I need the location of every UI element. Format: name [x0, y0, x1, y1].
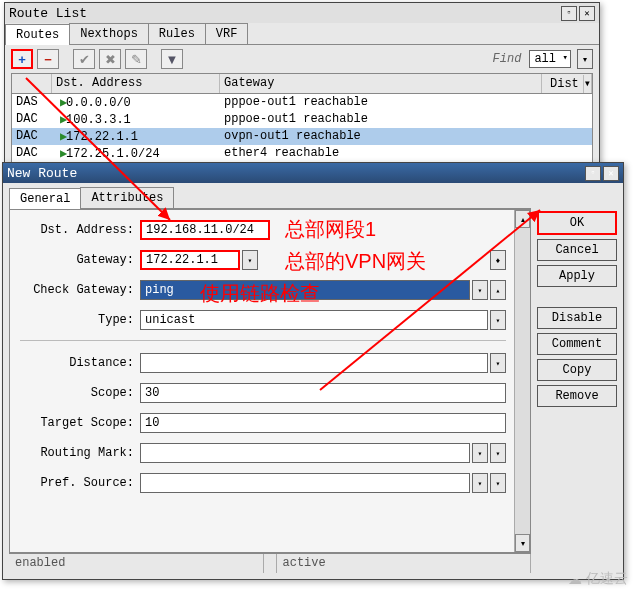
table-row[interactable]: DAC▶172.25.1.0/24ether4 reachable — [12, 145, 592, 162]
apply-button[interactable]: Apply — [537, 265, 617, 287]
enable-button[interactable]: ✔ — [73, 49, 95, 69]
pref-source-label: Pref. Source: — [20, 476, 140, 490]
scope-label: Scope: — [20, 386, 140, 400]
pref-source-clear[interactable]: ▾ — [490, 473, 506, 493]
route-grid: Dst. Address Gateway Dist▾ DAS▶0.0.0.0/0… — [11, 73, 593, 163]
type-label: Type: — [20, 313, 140, 327]
copy-button[interactable]: Copy — [537, 359, 617, 381]
remove-route-button[interactable]: − — [37, 49, 59, 69]
route-list-toolbar: + − ✔ ✖ ✎ ▼ Find all ▾ — [5, 45, 599, 73]
target-scope-input[interactable] — [140, 413, 506, 433]
filter-dropdown-arrow[interactable]: ▾ — [577, 49, 593, 69]
status-bar: enabled active — [9, 553, 531, 573]
table-row[interactable]: DAS▶0.0.0.0/0pppoe-out1 reachable — [12, 94, 592, 111]
cloud-icon: ☁ — [568, 571, 582, 587]
disable-button[interactable]: Disable — [537, 307, 617, 329]
col-gw[interactable]: Gateway — [220, 74, 542, 93]
gateway-input[interactable] — [140, 250, 240, 270]
side-buttons: OK Cancel Apply Disable Comment Copy Rem… — [537, 183, 623, 579]
routing-mark-input[interactable] — [140, 443, 470, 463]
dialog-close-button[interactable]: ✕ — [603, 166, 619, 181]
comment-button[interactable]: Comment — [537, 333, 617, 355]
check-gateway-clear[interactable]: ▴ — [490, 280, 506, 300]
new-route-titlebar: New Route ▫ ✕ — [3, 163, 623, 183]
routing-mark-label: Routing Mark: — [20, 446, 140, 460]
tab-nexthops[interactable]: Nexthops — [69, 23, 149, 44]
route-list-tabs: Routes Nexthops Rules VRF — [5, 23, 599, 45]
table-row[interactable]: DAC▶172.22.1.1ovpn-out1 reachable — [12, 128, 592, 145]
filter-combo[interactable]: all — [529, 50, 571, 68]
target-scope-label: Target Scope: — [20, 416, 140, 430]
tab-general[interactable]: General — [9, 188, 81, 209]
status-left: enabled — [9, 554, 264, 573]
new-route-title: New Route — [7, 166, 77, 181]
routing-mark-clear[interactable]: ▾ — [490, 443, 506, 463]
status-right: active — [277, 554, 532, 573]
form-scrollbar[interactable] — [514, 210, 530, 552]
dst-address-input[interactable] — [140, 220, 270, 240]
watermark: ☁ 亿速云 — [568, 570, 628, 588]
pref-source-dropdown[interactable]: ▾ — [472, 473, 488, 493]
new-route-tabs: General Attributes — [9, 187, 531, 209]
type-input[interactable] — [140, 310, 488, 330]
grid-header: Dst. Address Gateway Dist▾ — [12, 74, 592, 94]
remove-button[interactable]: Remove — [537, 385, 617, 407]
tab-rules[interactable]: Rules — [148, 23, 206, 44]
comment-button[interactable]: ✎ — [125, 49, 147, 69]
distance-label: Distance: — [20, 356, 140, 370]
route-list-window: Route List ▫ ✕ Routes Nexthops Rules VRF… — [4, 2, 600, 172]
col-dist[interactable]: Dist▾ — [542, 74, 592, 93]
ok-button[interactable]: OK — [537, 211, 617, 235]
table-row[interactable]: DAC▶100.3.3.1pppoe-out1 reachable — [12, 111, 592, 128]
minimize-button[interactable]: ▫ — [561, 6, 577, 21]
col-dst[interactable]: Dst. Address — [52, 74, 220, 93]
tab-attributes[interactable]: Attributes — [80, 187, 174, 208]
form-panel: Dst. Address: Gateway: ▾ ♦ Check Gateway… — [9, 209, 531, 553]
route-list-title: Route List — [9, 6, 87, 21]
filter-button[interactable]: ▼ — [161, 49, 183, 69]
scope-input[interactable] — [140, 383, 506, 403]
tab-vrf[interactable]: VRF — [205, 23, 249, 44]
check-gateway-dropdown[interactable]: ▾ — [472, 280, 488, 300]
add-route-button[interactable]: + — [11, 49, 33, 69]
gateway-label: Gateway: — [20, 253, 140, 267]
check-gateway-input[interactable] — [140, 280, 470, 300]
type-dropdown[interactable]: ▾ — [490, 310, 506, 330]
find-label[interactable]: Find — [493, 52, 526, 66]
disable-button[interactable]: ✖ — [99, 49, 121, 69]
dst-address-label: Dst. Address: — [20, 223, 140, 237]
gateway-spinner[interactable]: ♦ — [490, 250, 506, 270]
distance-input[interactable] — [140, 353, 488, 373]
tab-routes[interactable]: Routes — [5, 24, 70, 45]
status-mid — [264, 554, 277, 573]
route-list-titlebar: Route List ▫ ✕ — [5, 3, 599, 23]
dialog-minimize-button[interactable]: ▫ — [585, 166, 601, 181]
divider — [20, 340, 506, 341]
distance-clear[interactable]: ▾ — [490, 353, 506, 373]
gateway-dropdown[interactable]: ▾ — [242, 250, 258, 270]
pref-source-input[interactable] — [140, 473, 470, 493]
cancel-button[interactable]: Cancel — [537, 239, 617, 261]
check-gateway-label: Check Gateway: — [20, 283, 140, 297]
new-route-dialog: New Route ▫ ✕ General Attributes Dst. Ad… — [2, 162, 624, 580]
close-button[interactable]: ✕ — [579, 6, 595, 21]
routing-mark-dropdown[interactable]: ▾ — [472, 443, 488, 463]
